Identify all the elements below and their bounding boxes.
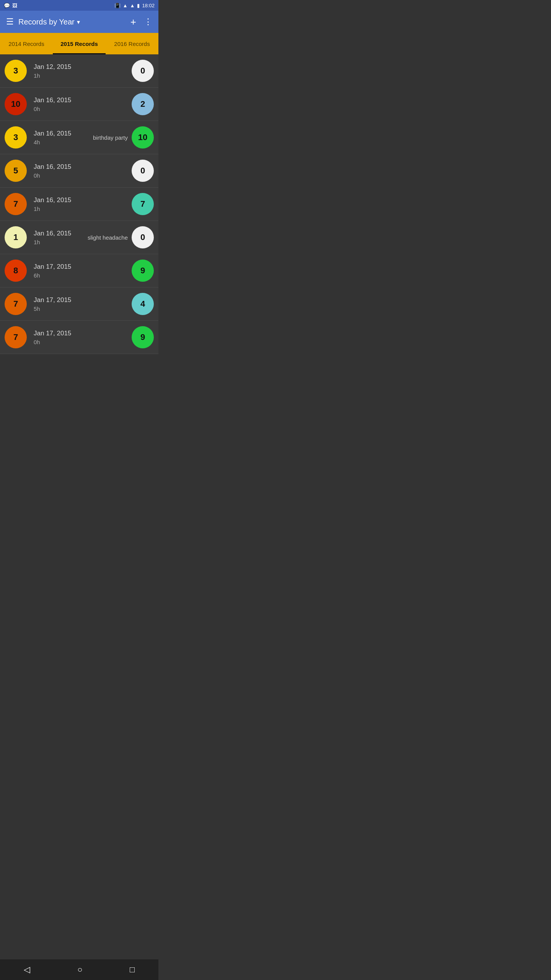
tab-bar: 2014 Records 2015 Records 2016 Records [0,33,158,54]
record-date: Jan 16, 2015 [34,96,128,104]
right-value-circle: 4 [132,293,154,315]
right-value-circle: 9 [132,326,154,348]
record-duration: 0h [34,339,128,345]
record-date: Jan 12, 2015 [34,63,128,71]
record-duration: 6h [34,272,128,279]
record-date: Jan 17, 2015 [34,296,128,304]
record-duration: 0h [34,106,128,112]
record-note: birthday party [93,134,128,141]
record-date: Jan 16, 2015 [34,196,128,204]
image-icon: 🖼 [12,3,17,8]
record-info: Jan 16, 20151h [31,230,84,245]
record-info: Jan 12, 20151h [31,63,128,79]
left-value-circle: 3 [5,60,27,82]
right-value-circle: 7 [132,193,154,215]
menu-icon[interactable]: ☰ [6,17,14,27]
chat-icon: 💬 [4,3,10,8]
app-bar-actions: + ⋮ [130,16,152,28]
battery-icon: ▮ [137,3,140,8]
tab-2016[interactable]: 2016 Records [106,33,158,54]
right-value-circle: 0 [132,160,154,182]
record-info: Jan 16, 20151h [31,196,128,212]
table-row[interactable]: 7Jan 17, 20150h9 [0,321,158,354]
left-value-circle: 7 [5,193,27,215]
record-info: Jan 17, 20150h [31,330,128,345]
table-row[interactable]: 3Jan 12, 20151h0 [0,54,158,88]
record-note: slight headache [88,234,128,241]
record-duration: 1h [34,206,128,212]
record-date: Jan 17, 2015 [34,330,128,337]
tab-2014[interactable]: 2014 Records [0,33,53,54]
time-display: 18:02 [142,3,155,8]
record-info: Jan 16, 20154h [31,130,89,145]
record-date: Jan 16, 2015 [34,230,84,237]
record-date: Jan 17, 2015 [34,263,128,271]
status-left-icons: 💬 🖼 [4,3,17,8]
left-value-circle: 1 [5,226,27,248]
more-icon[interactable]: ⋮ [144,17,152,27]
left-value-circle: 7 [5,293,27,315]
record-info: Jan 17, 20155h [31,296,128,312]
record-duration: 0h [34,172,128,179]
tab-2015[interactable]: 2015 Records [53,33,106,54]
table-row[interactable]: 1Jan 16, 20151hslight headache0 [0,221,158,254]
table-row[interactable]: 3Jan 16, 20154hbirthday party10 [0,121,158,154]
wifi-icon: ▲ [123,3,128,8]
status-right-icons: 📳 ▲ ▲ ▮ 18:02 [114,3,155,8]
right-value-circle: 10 [132,126,154,149]
record-info: Jan 16, 20150h [31,96,128,112]
record-date: Jan 16, 2015 [34,163,128,171]
status-bar: 💬 🖼 📳 ▲ ▲ ▮ 18:02 [0,0,158,11]
record-date: Jan 16, 2015 [34,130,89,137]
record-info: Jan 17, 20156h [31,263,128,279]
records-list: 3Jan 12, 20151h010Jan 16, 20150h23Jan 16… [0,54,158,354]
left-value-circle: 5 [5,160,27,182]
add-icon[interactable]: + [130,16,136,28]
left-value-circle: 8 [5,260,27,282]
record-info: Jan 16, 20150h [31,163,128,179]
record-duration: 1h [34,72,128,79]
vibrate-icon: 📳 [114,3,121,8]
app-bar: ☰ Records by Year ▾ + ⋮ [0,11,158,33]
left-value-circle: 7 [5,326,27,348]
right-value-circle: 0 [132,226,154,248]
table-row[interactable]: 5Jan 16, 20150h0 [0,154,158,188]
app-title: Records by Year [18,18,75,26]
record-duration: 1h [34,239,84,245]
table-row[interactable]: 7Jan 16, 20151h7 [0,188,158,221]
signal-icon: ▲ [130,3,135,8]
left-value-circle: 3 [5,126,27,149]
right-value-circle: 2 [132,93,154,115]
table-row[interactable]: 10Jan 16, 20150h2 [0,88,158,121]
left-value-circle: 10 [5,93,27,115]
right-value-circle: 9 [132,260,154,282]
dropdown-icon[interactable]: ▾ [77,18,80,26]
table-row[interactable]: 7Jan 17, 20155h4 [0,287,158,321]
right-value-circle: 0 [132,60,154,82]
app-title-container: Records by Year ▾ [18,18,126,26]
record-duration: 4h [34,139,89,145]
record-duration: 5h [34,305,128,312]
table-row[interactable]: 8Jan 17, 20156h9 [0,254,158,287]
